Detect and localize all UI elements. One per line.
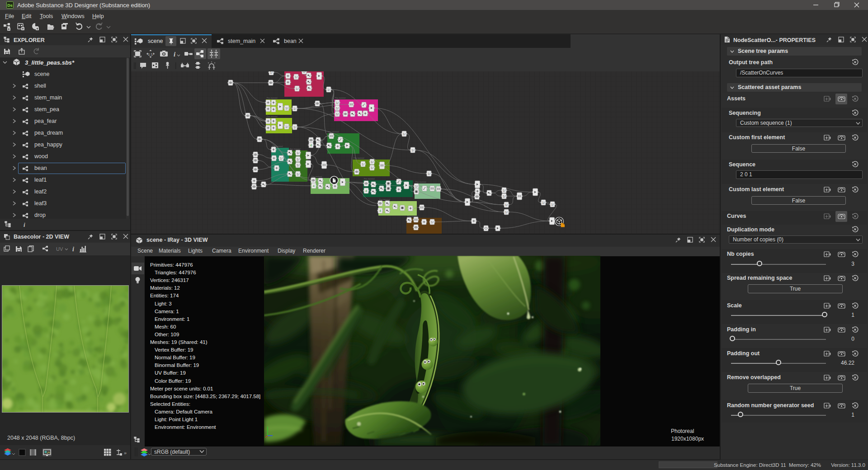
svg-text:i: i [24,221,25,228]
svg-text:Pea material: Pea material [415,181,426,183]
svg-text:Pea material: Pea material [290,148,301,150]
svg-text:1/: 1/ [336,107,339,110]
svg-text:4: 4 [310,144,312,147]
svg-text:Pea material: Pea material [311,175,322,178]
svg-text:1/: 1/ [542,201,545,204]
svg-text:»: » [124,450,127,456]
svg-text:1/: 1/ [327,88,330,91]
svg-text:1/: 1/ [336,113,339,116]
svg-text:Pea material: Pea material [364,178,375,180]
svg-text:1/: 1/ [303,71,306,73]
svg-text:1/: 1/ [285,107,288,110]
svg-text:1/: 1/ [428,172,430,175]
svg-text:1/: 1/ [371,166,373,169]
svg-text:4: 4 [379,209,381,212]
svg-text:Pea material: Pea material [354,157,364,159]
svg-text:4: 4 [365,189,367,193]
svg-text:1/: 1/ [297,164,299,167]
svg-text:1/: 1/ [293,126,296,129]
svg-text:Pea material: Pea material [328,131,339,133]
svg-text:Pea material: Pea material [379,198,390,201]
svg-text:1/: 1/ [297,173,299,176]
svg-text:Pea material: Pea material [267,97,278,99]
svg-text:1/: 1/ [551,203,554,206]
svg-text:UV: UV [56,246,63,252]
svg-text:1/: 1/ [503,189,505,192]
svg-text:1/: 1/ [505,203,508,207]
svg-text:1/: 1/ [362,163,364,166]
svg-text:1/: 1/ [371,160,373,164]
svg-text:1/: 1/ [411,149,414,152]
svg-text:1/: 1/ [280,157,283,160]
svg-text:1/: 1/ [415,185,418,188]
svg-text:Pea material: Pea material [267,115,278,118]
svg-text:1/: 1/ [293,107,296,110]
svg-text:i: i [72,246,74,253]
svg-text:1/: 1/ [295,75,297,79]
svg-text:1/: 1/ [431,221,434,224]
svg-text:1/: 1/ [297,151,299,155]
svg-text:Ds: Ds [7,3,13,8]
svg-text:Pea material: Pea material [335,97,346,99]
svg-text:1/: 1/ [270,71,273,74]
svg-text:1/: 1/ [285,125,288,128]
svg-text:1/: 1/ [505,211,508,214]
svg-text:1/: 1/ [297,158,299,161]
svg-text:i: i [174,51,176,58]
svg-text:1/: 1/ [403,132,406,136]
svg-text:4: 4 [313,184,315,188]
svg-text:1/: 1/ [336,101,339,104]
svg-text:1/: 1/ [503,195,505,198]
svg-text:1:1: 1:1 [148,52,153,56]
svg-text:1/: 1/ [296,87,298,90]
